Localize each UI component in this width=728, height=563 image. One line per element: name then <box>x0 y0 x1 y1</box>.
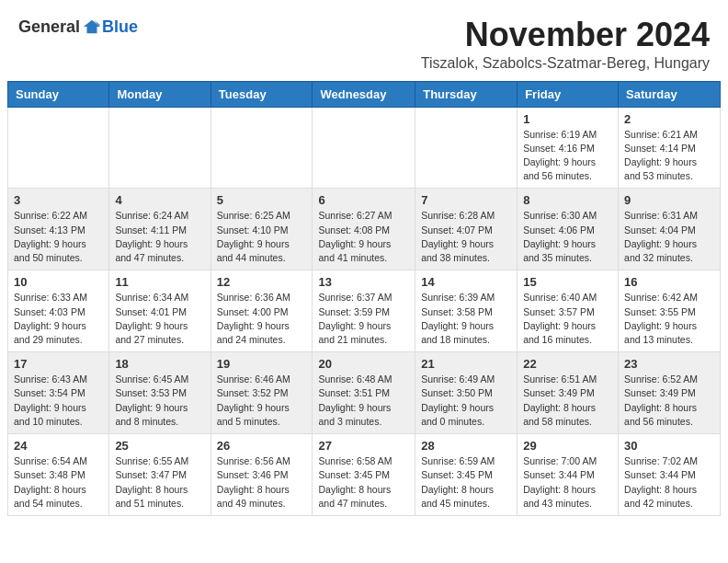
col-thursday: Thursday <box>415 81 518 107</box>
day-number: 23 <box>624 357 714 371</box>
calendar-week-row: 24Sunrise: 6:54 AM Sunset: 3:48 PM Dayli… <box>8 434 721 516</box>
day-number: 2 <box>624 112 714 126</box>
month-title: November 2024 <box>421 17 710 53</box>
day-number: 9 <box>624 193 714 207</box>
day-number: 28 <box>421 439 511 453</box>
table-row: 9Sunrise: 6:31 AM Sunset: 4:04 PM Daylig… <box>619 189 721 270</box>
calendar-week-row: 17Sunrise: 6:43 AM Sunset: 3:54 PM Dayli… <box>8 352 721 434</box>
table-row: 10Sunrise: 6:33 AM Sunset: 4:03 PM Dayli… <box>8 270 109 352</box>
day-detail: Sunrise: 7:02 AM Sunset: 3:44 PM Dayligh… <box>624 454 714 511</box>
col-sunday: Sunday <box>8 81 109 107</box>
day-detail: Sunrise: 6:24 AM Sunset: 4:11 PM Dayligh… <box>115 209 204 265</box>
table-row: 8Sunrise: 6:30 AM Sunset: 4:06 PM Daylig… <box>518 189 619 270</box>
day-detail: Sunrise: 6:45 AM Sunset: 3:53 PM Dayligh… <box>115 373 204 429</box>
table-row: 27Sunrise: 6:58 AM Sunset: 3:45 PM Dayli… <box>313 434 415 516</box>
day-number: 26 <box>217 439 307 453</box>
table-row: 17Sunrise: 6:43 AM Sunset: 3:54 PM Dayli… <box>8 352 109 434</box>
day-number: 10 <box>14 275 103 289</box>
col-tuesday: Tuesday <box>210 81 313 107</box>
day-detail: Sunrise: 6:21 AM Sunset: 4:14 PM Dayligh… <box>624 128 714 184</box>
table-row: 18Sunrise: 6:45 AM Sunset: 3:53 PM Dayli… <box>109 352 210 434</box>
day-detail: Sunrise: 7:00 AM Sunset: 3:44 PM Dayligh… <box>523 454 612 511</box>
table-row <box>415 107 518 189</box>
day-number: 16 <box>624 275 714 289</box>
day-detail: Sunrise: 6:28 AM Sunset: 4:07 PM Dayligh… <box>421 209 511 265</box>
logo-general-text: General <box>18 17 80 37</box>
table-row: 16Sunrise: 6:42 AM Sunset: 3:55 PM Dayli… <box>619 270 721 352</box>
day-number: 8 <box>523 193 612 207</box>
day-number: 5 <box>217 193 307 207</box>
day-number: 22 <box>523 357 612 371</box>
table-row: 21Sunrise: 6:49 AM Sunset: 3:50 PM Dayli… <box>415 352 518 434</box>
day-number: 3 <box>14 193 103 207</box>
day-number: 7 <box>421 193 511 207</box>
table-row: 1Sunrise: 6:19 AM Sunset: 4:16 PM Daylig… <box>518 107 619 189</box>
day-detail: Sunrise: 6:31 AM Sunset: 4:04 PM Dayligh… <box>624 209 714 265</box>
col-wednesday: Wednesday <box>313 81 415 107</box>
day-detail: Sunrise: 6:40 AM Sunset: 3:57 PM Dayligh… <box>523 291 612 347</box>
logo-icon <box>82 17 102 37</box>
table-row: 15Sunrise: 6:40 AM Sunset: 3:57 PM Dayli… <box>518 270 619 352</box>
table-row: 19Sunrise: 6:46 AM Sunset: 3:52 PM Dayli… <box>210 352 313 434</box>
day-detail: Sunrise: 6:48 AM Sunset: 3:51 PM Dayligh… <box>318 373 409 429</box>
day-detail: Sunrise: 6:56 AM Sunset: 3:46 PM Dayligh… <box>217 454 307 511</box>
day-detail: Sunrise: 6:58 AM Sunset: 3:45 PM Dayligh… <box>318 454 409 511</box>
day-detail: Sunrise: 6:22 AM Sunset: 4:13 PM Dayligh… <box>14 209 103 265</box>
calendar-week-row: 1Sunrise: 6:19 AM Sunset: 4:16 PM Daylig… <box>8 107 721 189</box>
day-number: 29 <box>523 439 612 453</box>
table-row: 24Sunrise: 6:54 AM Sunset: 3:48 PM Dayli… <box>8 434 109 516</box>
title-area: November 2024 Tiszalok, Szabolcs-Szatmar… <box>421 17 710 72</box>
day-detail: Sunrise: 6:19 AM Sunset: 4:16 PM Dayligh… <box>523 128 612 184</box>
col-saturday: Saturday <box>619 81 721 107</box>
day-number: 14 <box>421 275 511 289</box>
table-row: 5Sunrise: 6:25 AM Sunset: 4:10 PM Daylig… <box>210 189 313 270</box>
table-row <box>210 107 313 189</box>
day-detail: Sunrise: 6:36 AM Sunset: 4:00 PM Dayligh… <box>217 291 307 347</box>
table-row: 20Sunrise: 6:48 AM Sunset: 3:51 PM Dayli… <box>313 352 415 434</box>
calendar-week-row: 3Sunrise: 6:22 AM Sunset: 4:13 PM Daylig… <box>8 189 721 270</box>
table-row: 3Sunrise: 6:22 AM Sunset: 4:13 PM Daylig… <box>8 189 109 270</box>
day-detail: Sunrise: 6:27 AM Sunset: 4:08 PM Dayligh… <box>318 209 409 265</box>
day-detail: Sunrise: 6:52 AM Sunset: 3:49 PM Dayligh… <box>624 373 714 429</box>
day-number: 21 <box>421 357 511 371</box>
table-row: 12Sunrise: 6:36 AM Sunset: 4:00 PM Dayli… <box>210 270 313 352</box>
day-number: 1 <box>523 112 612 126</box>
day-number: 25 <box>115 439 204 453</box>
day-detail: Sunrise: 6:30 AM Sunset: 4:06 PM Dayligh… <box>523 209 612 265</box>
day-number: 18 <box>115 357 204 371</box>
table-row: 30Sunrise: 7:02 AM Sunset: 3:44 PM Dayli… <box>619 434 721 516</box>
day-number: 13 <box>318 275 409 289</box>
day-detail: Sunrise: 6:43 AM Sunset: 3:54 PM Dayligh… <box>14 373 103 429</box>
table-row: 26Sunrise: 6:56 AM Sunset: 3:46 PM Dayli… <box>210 434 313 516</box>
day-detail: Sunrise: 6:49 AM Sunset: 3:50 PM Dayligh… <box>421 373 511 429</box>
table-row: 6Sunrise: 6:27 AM Sunset: 4:08 PM Daylig… <box>313 189 415 270</box>
day-detail: Sunrise: 6:42 AM Sunset: 3:55 PM Dayligh… <box>624 291 714 347</box>
table-row <box>8 107 109 189</box>
table-row: 29Sunrise: 7:00 AM Sunset: 3:44 PM Dayli… <box>518 434 619 516</box>
day-detail: Sunrise: 6:51 AM Sunset: 3:49 PM Dayligh… <box>523 373 612 429</box>
day-number: 24 <box>14 439 103 453</box>
table-row: 14Sunrise: 6:39 AM Sunset: 3:58 PM Dayli… <box>415 270 518 352</box>
day-detail: Sunrise: 6:55 AM Sunset: 3:47 PM Dayligh… <box>115 454 204 511</box>
table-row: 4Sunrise: 6:24 AM Sunset: 4:11 PM Daylig… <box>109 189 210 270</box>
page-header: General Blue November 2024 Tiszalok, Sza… <box>0 0 728 81</box>
svg-marker-0 <box>84 20 100 34</box>
day-number: 12 <box>217 275 307 289</box>
calendar-week-row: 10Sunrise: 6:33 AM Sunset: 4:03 PM Dayli… <box>8 270 721 352</box>
logo-blue-text: Blue <box>102 17 138 37</box>
day-detail: Sunrise: 6:25 AM Sunset: 4:10 PM Dayligh… <box>217 209 307 265</box>
day-detail: Sunrise: 6:33 AM Sunset: 4:03 PM Dayligh… <box>14 291 103 347</box>
calendar-table: Sunday Monday Tuesday Wednesday Thursday… <box>7 81 721 516</box>
day-number: 30 <box>624 439 714 453</box>
day-number: 4 <box>115 193 204 207</box>
day-detail: Sunrise: 6:54 AM Sunset: 3:48 PM Dayligh… <box>14 454 103 511</box>
table-row <box>313 107 415 189</box>
table-row: 7Sunrise: 6:28 AM Sunset: 4:07 PM Daylig… <box>415 189 518 270</box>
day-detail: Sunrise: 6:46 AM Sunset: 3:52 PM Dayligh… <box>217 373 307 429</box>
day-detail: Sunrise: 6:59 AM Sunset: 3:45 PM Dayligh… <box>421 454 511 511</box>
table-row: 13Sunrise: 6:37 AM Sunset: 3:59 PM Dayli… <box>313 270 415 352</box>
table-row: 23Sunrise: 6:52 AM Sunset: 3:49 PM Dayli… <box>619 352 721 434</box>
day-number: 6 <box>318 193 409 207</box>
day-number: 27 <box>318 439 409 453</box>
table-row: 28Sunrise: 6:59 AM Sunset: 3:45 PM Dayli… <box>415 434 518 516</box>
